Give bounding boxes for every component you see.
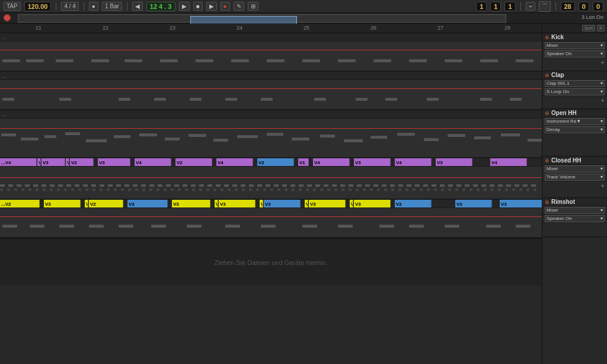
rim-bar-1[interactable]: ...V2: [0, 200, 40, 208]
rimshot-device2-dropdown[interactable]: Speaker On ▾: [545, 215, 605, 222]
tap-button[interactable]: TAP: [4, 2, 21, 11]
rim-red-line: [0, 216, 542, 217]
clap-device1-row[interactable]: Clap 001.1 ▾: [542, 79, 607, 88]
draw-mode-btn[interactable]: ✎: [234, 2, 244, 11]
closed-hh-notes-row[interactable]: [0, 167, 542, 199]
rim-bar-8[interactable]: V3: [309, 200, 346, 208]
clap-device2-row[interactable]: S Loop On ▾: [542, 88, 607, 96]
clap-device1-dropdown[interactable]: Clap 001.1 ▾: [545, 80, 605, 87]
rimshot-notes-row[interactable]: [0, 208, 542, 238]
chh-bar-11[interactable]: V3: [354, 158, 391, 167]
kick-info-header: ⊕ Kick: [542, 33, 607, 41]
rim-bar-v3[interactable]: V: [260, 200, 263, 208]
chh-bar-6[interactable]: V2: [175, 158, 212, 167]
closed-hh-device1-row[interactable]: Mixer ▾: [542, 165, 607, 173]
view-toggle-btn[interactable]: ≡: [597, 25, 605, 31]
chh-bar-1[interactable]: ...V4: [0, 158, 37, 167]
open-hh-device1-row[interactable]: Instrument Ra▼ ▾: [542, 117, 607, 126]
punch-icon[interactable]: ⌒: [539, 1, 551, 12]
rim-bar-11[interactable]: V3: [455, 200, 492, 208]
rimshot-color-bar-row[interactable]: ...V2 V3 V V2 V3 V3 V V3 V V3 V V3 V V3 …: [0, 200, 542, 208]
closed-hh-device2-dropdown[interactable]: Track Volume ▾: [545, 174, 605, 181]
rimshot-device2-row[interactable]: Speaker On ▾: [542, 215, 607, 223]
rim-note-10: [302, 225, 317, 228]
rim-bar-3[interactable]: V2: [89, 200, 123, 208]
rim-bar-7[interactable]: V3: [264, 200, 301, 208]
open-hh-clip-row[interactable]: [0, 119, 542, 158]
clap-name: Clap: [551, 72, 564, 78]
chh-bar-13[interactable]: V3: [436, 158, 472, 167]
clap-note-8: [314, 98, 326, 101]
clap-device1-arrow: ▾: [600, 81, 603, 86]
overview-strip[interactable]: 3 Lon On: [0, 13, 607, 24]
chh-bar-9[interactable]: V1: [298, 158, 309, 167]
kick-note-2: [26, 59, 44, 62]
play-btn[interactable]: ▶: [206, 2, 217, 11]
open-hh-device2-dropdown[interactable]: Decay ▾: [545, 126, 605, 133]
chh-bar-3[interactable]: V2: [70, 158, 94, 167]
sort-btn[interactable]: Sort: [582, 25, 596, 31]
rewind-btn[interactable]: ◀: [132, 2, 143, 11]
rim-bar-v2[interactable]: V: [215, 200, 218, 208]
bpm-display[interactable]: 120.00: [24, 2, 52, 11]
closed-hh-plus-btn[interactable]: +: [601, 182, 605, 189]
rim-bar-12[interactable]: V3: [500, 200, 542, 208]
stop-btn[interactable]: ■: [193, 2, 203, 11]
clap-note-6: [225, 98, 237, 101]
snap-mode-btn[interactable]: ⊞: [248, 2, 258, 11]
record-btn[interactable]: ●: [221, 2, 230, 11]
chh-bar-12[interactable]: V4: [395, 158, 432, 167]
closed-hh-color-bar-row[interactable]: ...V4 V V3 V V2 V3 V4 V2 V4 V2 V1 V4 V3 …: [0, 158, 542, 167]
chh-bar-2[interactable]: V3: [41, 158, 65, 167]
chh-bar-4[interactable]: V3: [98, 158, 130, 167]
rim-bar-v[interactable]: V: [85, 200, 88, 208]
lon-on-label: 3 Lon On: [582, 14, 603, 20]
close-button[interactable]: [4, 14, 11, 21]
rim-note-7: [187, 225, 202, 228]
closed-hh-device1-dropdown[interactable]: Mixer ▾: [545, 165, 605, 173]
clap-note-10: [385, 98, 397, 101]
rim-bar-v5[interactable]: V: [350, 200, 353, 208]
drop-area[interactable]: Ziehen Sie Dateien und Geräte hierhin.: [0, 238, 542, 286]
kick-device2-row[interactable]: Speaker On ▾: [542, 50, 607, 58]
closed-hh-device2-row[interactable]: Track Volume ▾: [542, 173, 607, 181]
rim-bar-2[interactable]: V3: [44, 200, 81, 208]
rim-bar-5[interactable]: V3: [172, 200, 210, 208]
rim-bar-9[interactable]: V3: [354, 200, 391, 208]
loop-length-btn[interactable]: 1 Bar: [102, 2, 122, 11]
forward-btn[interactable]: ▶: [179, 2, 190, 11]
chh-bar-v[interactable]: V: [37, 158, 41, 167]
chh-bar-v2[interactable]: V: [66, 158, 69, 167]
kick-plus-btn[interactable]: +: [601, 59, 605, 66]
chh-bar-5[interactable]: V4: [135, 158, 171, 167]
time-sig-display[interactable]: 4 / 4: [61, 2, 78, 11]
rim-bar-v4[interactable]: V: [305, 200, 308, 208]
rim-bar-10[interactable]: V2: [395, 200, 432, 208]
open-hh-name: Open HH: [551, 110, 577, 116]
rimshot-device1-row[interactable]: Mixer ▾: [542, 206, 607, 215]
overview-bar[interactable]: [18, 14, 506, 23]
loop-icon[interactable]: ⌁: [526, 2, 535, 11]
chh-bar-14[interactable]: V4: [490, 158, 527, 167]
ohh-note-11: [237, 135, 258, 138]
open-hh-device1-dropdown[interactable]: Instrument Ra▼ ▾: [545, 118, 605, 125]
overview-selection[interactable]: [190, 16, 297, 24]
clap-icon: ⊕: [545, 72, 550, 78]
kick-clip-row[interactable]: [0, 41, 542, 71]
chh-bar-7[interactable]: V4: [216, 158, 253, 167]
chh-bar-10[interactable]: V4: [313, 158, 350, 167]
kick-device2-dropdown[interactable]: Speaker On ▾: [545, 50, 605, 58]
clap-clip-row[interactable]: [0, 80, 542, 110]
chh-bar-8[interactable]: V2: [257, 158, 294, 167]
rimshot-device1-dropdown[interactable]: Mixer ▾: [545, 207, 605, 214]
kick-device1-dropdown[interactable]: Mixer ▾: [545, 42, 605, 49]
clap-device2-dropdown[interactable]: S Loop On ▾: [545, 88, 605, 95]
lcd-3: 1: [504, 2, 515, 11]
open-hh-device2-row[interactable]: Decay ▾: [542, 126, 607, 134]
rim-bar-4[interactable]: V3: [127, 200, 168, 208]
rim-bar-6[interactable]: V3: [219, 200, 255, 208]
kick-device1-row[interactable]: Mixer ▾: [542, 41, 607, 50]
clap-plus-btn[interactable]: +: [601, 97, 605, 104]
rimshot-device2-label: Speaker On: [547, 216, 572, 221]
loop-mode-btn[interactable]: ●: [89, 2, 98, 11]
